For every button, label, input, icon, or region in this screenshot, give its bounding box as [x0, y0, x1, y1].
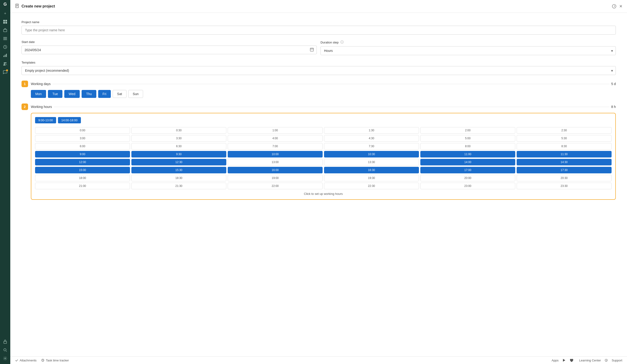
time-cell[interactable]: 1:00	[228, 127, 323, 134]
time-cell[interactable]: 0:30	[131, 127, 226, 134]
time-cell[interactable]: 5:30	[517, 135, 612, 141]
time-cell[interactable]: 18:30	[131, 175, 226, 181]
day-btn-sat[interactable]: Sat	[113, 90, 126, 98]
time-cell[interactable]: 17:30	[517, 167, 612, 173]
time-cell[interactable]: 6:00	[35, 143, 130, 149]
working-days-step: 1 Working days 5 d	[21, 81, 616, 87]
attachments-item[interactable]: Attachments	[15, 359, 37, 362]
close-button[interactable]: ×	[619, 3, 622, 9]
bottom-bar: Attachments Task time tracker Apps Learn…	[10, 356, 627, 364]
sidebar-icon-chart[interactable]	[1, 52, 9, 59]
time-cell[interactable]: 4:30	[324, 135, 419, 141]
start-date-value: 2024/05/24	[25, 48, 41, 52]
time-cell[interactable]: 3:30	[131, 135, 226, 141]
step2-divider	[54, 107, 610, 107]
templates-label: Templates	[21, 61, 616, 64]
day-btn-wed[interactable]: Wed	[64, 90, 80, 98]
attachments-label: Attachments	[20, 359, 37, 362]
hours-tag[interactable]: 14:00-18:00	[58, 117, 81, 123]
time-cell[interactable]: 1:30	[324, 127, 419, 134]
sidebar-icon-people[interactable]	[1, 60, 9, 68]
time-cell[interactable]: 14:00	[420, 159, 515, 165]
sidebar-icon-lock[interactable]	[1, 338, 9, 345]
time-cell[interactable]: 4:00	[228, 135, 323, 141]
time-cell[interactable]: 20:30	[517, 175, 612, 181]
time-cell[interactable]: 6:30	[131, 143, 226, 149]
project-name-input[interactable]	[21, 26, 616, 35]
click-setup-label[interactable]: Click to set up working hours	[35, 192, 612, 196]
sidebar-icon-grid[interactable]	[1, 18, 9, 25]
time-cell[interactable]: 22:00	[228, 183, 323, 189]
help-button[interactable]	[612, 4, 617, 9]
day-btn-thu[interactable]: Thu	[82, 90, 96, 98]
time-cell[interactable]: 8:30	[517, 143, 612, 149]
svg-rect-3	[5, 22, 7, 24]
time-cell[interactable]: 16:00	[228, 167, 323, 173]
task-tracker-label: Task time tracker	[46, 359, 69, 362]
time-cell[interactable]: 23:30	[517, 183, 612, 189]
hours-tag[interactable]: 9:00-13:00	[35, 117, 56, 123]
templates-select[interactable]: Empty project (recommended) Basic Advanc…	[21, 66, 616, 75]
time-cell[interactable]: 2:30	[517, 127, 612, 134]
time-cell[interactable]: 19:30	[324, 175, 419, 181]
time-cell[interactable]: 3:00	[35, 135, 130, 141]
sidebar-icon-clock[interactable]	[1, 43, 9, 51]
time-cell[interactable]: 21:00	[35, 183, 130, 189]
time-cell[interactable]: 18:00	[35, 175, 130, 181]
time-cell[interactable]: 16:30	[324, 167, 419, 173]
sidebar-icon-chat[interactable]	[1, 68, 9, 76]
time-cell[interactable]: 5:00	[420, 135, 515, 141]
time-cell[interactable]: 11:00	[420, 151, 515, 157]
time-cell[interactable]: 2:00	[420, 127, 515, 134]
task-tracker-item[interactable]: Task time tracker	[41, 359, 69, 362]
time-cell[interactable]: 7:30	[324, 143, 419, 149]
time-cell[interactable]: 7:00	[228, 143, 323, 149]
duration-step-select[interactable]: Hours Days Weeks ▾	[320, 46, 616, 55]
time-cell[interactable]: 14:30	[517, 159, 612, 165]
time-cell[interactable]: 0:00	[35, 127, 130, 134]
apps-label[interactable]: Apps	[552, 359, 559, 362]
sidebar-icon-search[interactable]	[1, 346, 9, 354]
learning-center-label[interactable]: Learning Center	[579, 359, 601, 362]
sidebar-icon-settings[interactable]	[1, 355, 9, 362]
time-cell[interactable]: 13:00	[228, 159, 323, 165]
sidebar-icon-briefcase[interactable]	[1, 26, 9, 34]
svg-rect-19	[310, 48, 314, 51]
sidebar-icon-list[interactable]	[1, 35, 9, 42]
time-grid: 0:000:301:001:302:002:303:003:304:004:30…	[35, 127, 612, 189]
modal-body: Project name Start date 2024/05/24 Durat…	[10, 13, 627, 356]
time-cell[interactable]: 15:00	[35, 167, 130, 173]
time-cell[interactable]: 8:00	[420, 143, 515, 149]
duration-select-control[interactable]: Hours Days Weeks	[320, 46, 616, 55]
apple-icon	[570, 358, 574, 362]
time-cell[interactable]: 19:00	[228, 175, 323, 181]
app-logo[interactable]: G	[3, 2, 7, 7]
time-cell[interactable]: 9:00	[35, 151, 130, 157]
day-btn-tue[interactable]: Tue	[48, 90, 62, 98]
date-duration-row: Start date 2024/05/24 Duration step ⓘ	[21, 40, 616, 55]
day-btn-mon[interactable]: Mon	[31, 90, 46, 98]
time-cell[interactable]: 20:00	[420, 175, 515, 181]
time-cell[interactable]: 15:30	[131, 167, 226, 173]
time-cell[interactable]: 12:00	[35, 159, 130, 165]
time-cell[interactable]: 22:30	[324, 183, 419, 189]
svg-rect-9	[3, 56, 4, 57]
templates-select-control[interactable]: Empty project (recommended) Basic Advanc…	[21, 66, 616, 75]
time-cell[interactable]: 13:30	[324, 159, 419, 165]
day-btn-sun[interactable]: Sun	[128, 90, 143, 98]
working-hours-step: 2 Working hours 8 h	[21, 103, 616, 110]
time-cell[interactable]: 9:30	[131, 151, 226, 157]
time-cell[interactable]: 23:00	[420, 183, 515, 189]
time-cell[interactable]: 10:30	[324, 151, 419, 157]
time-cell[interactable]: 11:30	[517, 151, 612, 157]
info-icon[interactable]: ⓘ	[340, 40, 344, 45]
calendar-icon[interactable]	[310, 48, 314, 52]
start-date-input[interactable]: 2024/05/24	[21, 46, 317, 54]
day-btn-fri[interactable]: Fri	[98, 90, 111, 98]
support-label[interactable]: Support	[612, 359, 622, 362]
time-cell[interactable]: 17:00	[420, 167, 515, 173]
time-cell[interactable]: 12:30	[131, 159, 226, 165]
time-cell[interactable]: 21:30	[131, 183, 226, 189]
sidebar-icon-plus[interactable]: ＋	[1, 10, 9, 17]
time-cell[interactable]: 10:00	[228, 151, 323, 157]
